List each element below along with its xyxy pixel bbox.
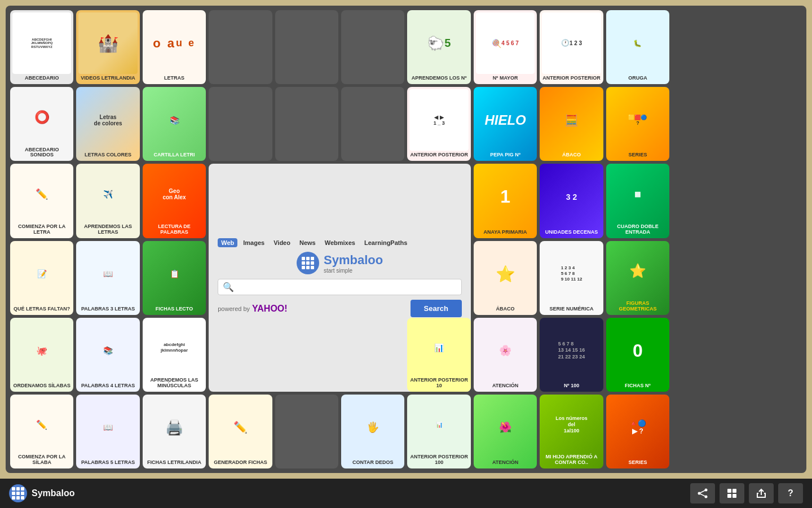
svg-line-4 — [700, 494, 705, 496]
tab-news[interactable]: News — [296, 238, 319, 247]
tab-learningpaths[interactable]: LearningPaths — [361, 238, 411, 247]
tile-pepa-pig[interactable]: HIELO PEPA PIG Nº — [474, 87, 537, 161]
share-button[interactable] — [749, 483, 774, 503]
search-magnifier-icon: 🔍 — [223, 282, 234, 292]
tile-empty-r6c5 — [275, 395, 338, 468]
tile-series2[interactable]: 🔺🔵▶ ? SERIES — [606, 395, 669, 468]
bottom-grid-icon — [12, 487, 24, 500]
search-button[interactable]: Search — [411, 300, 462, 317]
svg-point-2 — [705, 496, 708, 498]
svg-rect-8 — [732, 494, 736, 498]
tile-aprendemos-nos[interactable]: 🐑5 APRENDEMOS LOS Nº — [407, 10, 470, 84]
main-grid: ABCDEFGHIJKLMNÑOPQRSTUVWXYZ ABECEDARIO 🏰… — [6, 6, 806, 473]
svg-point-1 — [705, 489, 708, 492]
search-bottom: powered by YAHOO! Search — [218, 300, 462, 317]
tile-abecedario[interactable]: ABCDEFGHIJKLMNÑOPQRSTUVWXYZ ABECEDARIO — [10, 10, 73, 84]
tab-images[interactable]: Images — [240, 238, 268, 247]
tile-contar-dedos[interactable]: 🖐️ CONTAR DEDOS — [341, 395, 404, 468]
share-network-button[interactable] — [690, 483, 715, 503]
svg-rect-7 — [727, 494, 731, 498]
symbaloo-logo: Symbaloo start simple — [297, 252, 383, 274]
tile-cuadro-doble[interactable]: ▦ CUADRO DOBLE ENTRADA — [606, 164, 669, 238]
tile-fichas-n[interactable]: 0 FICHAS Nº — [606, 318, 669, 392]
tile-anterior100[interactable]: 📊 ANTERIOR POSTERIOR 100 — [407, 395, 470, 468]
tile-oruga[interactable]: 🐛 ORUGA — [606, 10, 669, 84]
search-input[interactable] — [237, 283, 457, 291]
tile-aprendemos-letras[interactable]: ✈️ APRENDEMOS LAS LETRAS — [76, 164, 139, 238]
tile-palabras5[interactable]: 📖 PALABRAS 5 LETRAS — [76, 395, 139, 468]
tile-abaco[interactable]: 🧮 ÁBACO — [540, 87, 603, 161]
tile-letras[interactable]: o au e LETRAS — [143, 10, 206, 84]
tile-anterior-posterior[interactable]: 🕐1 2 3 ANTERIOR POSTERIOR — [540, 10, 603, 84]
tile-unidades-decenas[interactable]: 3 2 UNIDADES DECENAS — [540, 164, 603, 238]
powered-by: powered by YAHOO! — [218, 304, 287, 314]
tile-hijo-aprender[interactable]: Los númerosdel1al100 Mi hijo aprendió a … — [540, 395, 603, 468]
tile-cartilla-letri[interactable]: 📚 CARTILLA LETRI — [143, 87, 206, 161]
tile-serie-numerica[interactable]: 1 2 3 45 6 7 89 10 11 12 SERIE NUMÉRICA — [540, 241, 603, 315]
yahoo-logo: YAHOO! — [252, 304, 288, 314]
powered-label: powered by — [218, 305, 250, 312]
tile-ordenamos[interactable]: 🐙 ORDENAMOS SÍLABAS — [10, 318, 73, 392]
symbaloo-grid — [302, 257, 314, 269]
tile-anaya-primaria[interactable]: 1 ANAYA PRIMARIA — [474, 164, 537, 238]
tile-comienza-letra[interactable]: ✏️ COMIENZA POR LA LETRA — [10, 164, 73, 238]
tile-palabras4[interactable]: 📚 PALABRAS 4 LETRAS — [76, 318, 139, 392]
tile-aprendemos-minusc[interactable]: abcdefghijklmnnñopar APRENDEMOS LAS MINÚ… — [143, 318, 206, 392]
bottom-actions: ? — [690, 483, 803, 503]
tile-n100[interactable]: 5 6 7 8 13 14 15 16 21 22 23 24 Nº 100 — [540, 318, 603, 392]
tile-abecedario-sonidos[interactable]: ⭕ ABECEDARIO SONIDOS — [10, 87, 73, 161]
tile-empty-r1c5 — [275, 10, 338, 84]
tile-generador-fichas[interactable]: ✏️ GENERADOR FICHAS — [209, 395, 272, 468]
tile-figuras-geometricas[interactable]: ⭐ FIGURAS GEOMETRICAS — [606, 241, 669, 315]
symbaloo-tagline: start simple — [324, 268, 383, 274]
tile-empty-r2c4 — [209, 87, 272, 161]
tile-no-mayor[interactable]: 🍭4 5 6 7 Nº MAYOR — [474, 10, 537, 84]
tile-empty-r1c4 — [209, 10, 272, 84]
svg-point-0 — [698, 492, 701, 495]
tab-video[interactable]: Video — [270, 238, 294, 247]
tile-atencion[interactable]: 🌸 ATENCIÓN — [474, 318, 537, 392]
tile-fichas-letrilandia[interactable]: 🖨️ FICHAS LETRILANDIA — [143, 395, 206, 468]
tile-empty-r2c6 — [341, 87, 404, 161]
tile-letras-colores[interactable]: Letrasde colores LETRAS COLORES — [76, 87, 139, 161]
tile-videos-letrilandia[interactable]: 🏰 VIDEOS LETRILANDIA — [76, 10, 139, 84]
tab-webmixes[interactable]: Webmixes — [321, 238, 359, 247]
svg-rect-6 — [732, 489, 736, 493]
tile-comienza-silaba[interactable]: ✏️ COMIENZA POR LA SÍLABA — [10, 395, 73, 468]
tile-empty-r1c6 — [341, 10, 404, 84]
svg-rect-5 — [727, 489, 731, 493]
bottom-logo: Symbaloo — [9, 484, 690, 502]
tile-anterior10[interactable]: 📊 ANTERIOR POSTERIOR 10 — [407, 318, 470, 392]
bottom-logo-icon — [9, 484, 27, 502]
tile-palabras3[interactable]: 📖 PALABRAS 3 LETRAS — [76, 241, 139, 315]
tile-star-abaco[interactable]: ⭐ ÁBACO — [474, 241, 537, 315]
tile-empty-r2c5 — [275, 87, 338, 161]
tile-anterior-posterior2[interactable]: ◀ ▶1 _ 3 ANTERIOR POSTERIOR — [407, 87, 470, 161]
symbaloo-icon — [297, 252, 319, 274]
bottom-bar: Symbaloo ? — [0, 479, 812, 508]
grid-view-button[interactable] — [720, 483, 744, 503]
search-tabs: Web Images Video News Webmixes LearningP… — [218, 238, 411, 247]
tile-que-letras[interactable]: 📝 QUÉ LETRAS FALTAN? — [10, 241, 73, 315]
bottom-logo-text: Symbaloo — [32, 488, 74, 498]
tab-web[interactable]: Web — [218, 238, 237, 247]
search-input-row: 🔍 — [218, 279, 462, 295]
tile-lectura-palabras[interactable]: Geocon Alex LECTURA DE PALABRAS — [143, 164, 206, 238]
tile-fichas-lecto[interactable]: 📋 FICHAS LECTO — [143, 241, 206, 315]
tile-series[interactable]: 🟨🟥🔵? SERIES — [606, 87, 669, 161]
tile-atencion2[interactable]: 🌺 ATENCIÓN — [474, 395, 537, 468]
svg-line-3 — [700, 491, 705, 493]
symbaloo-name: Symbaloo — [324, 253, 383, 268]
help-button[interactable]: ? — [778, 483, 803, 503]
